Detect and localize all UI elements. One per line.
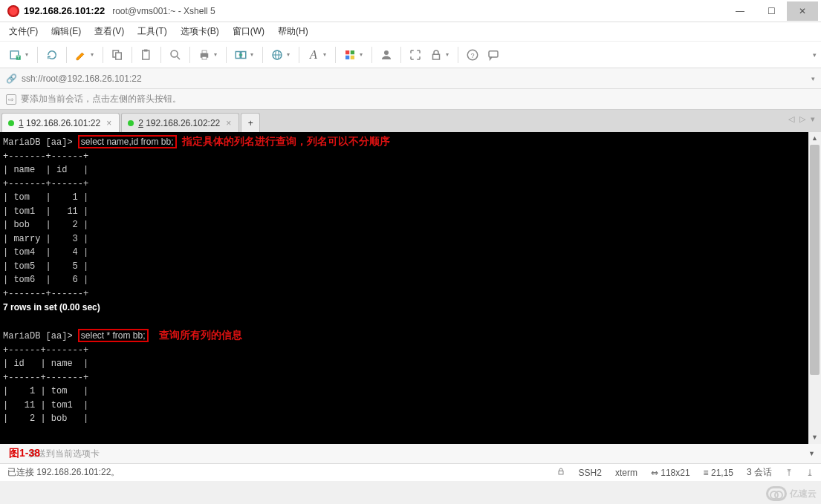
window-title-rest: root@vms001:~ - Xshell 5 [112, 6, 215, 16]
fullscreen-icon[interactable] [406, 45, 425, 65]
menu-tools[interactable]: 工具(T) [137, 25, 166, 38]
hint-text: 要添加当前会话，点击左侧的箭头按钮。 [21, 93, 181, 105]
copy-icon[interactable] [108, 45, 127, 65]
dropdown-arrow-icon[interactable]: ▾ [360, 51, 367, 58]
scrollbar[interactable]: ▲ ▼ [808, 132, 821, 444]
tab-close-icon[interactable]: × [106, 118, 111, 128]
svg-rect-5 [143, 50, 149, 59]
paste-icon[interactable] [137, 45, 156, 65]
send-dropdown-icon[interactable]: ▼ [808, 450, 815, 457]
globe-icon[interactable] [267, 45, 287, 65]
status-sessions: 3 会话 [747, 466, 772, 479]
svg-rect-17 [345, 50, 349, 54]
tab-close-icon[interactable]: × [226, 118, 231, 128]
address-overflow-icon[interactable]: ▾ [811, 75, 815, 82]
status-up-icon[interactable]: ⤒ [785, 468, 793, 478]
user-icon[interactable] [377, 45, 396, 65]
status-lock-icon [556, 467, 565, 478]
status-term: xterm [615, 468, 637, 478]
svg-line-8 [177, 56, 180, 59]
address-bar: 🔗 ssh://root@192.168.26.101:22 ▾ [0, 68, 821, 89]
address-url[interactable]: ssh://root@192.168.26.101:22 [22, 73, 142, 84]
toolbar-overflow-icon[interactable]: ▾ [813, 51, 817, 59]
menu-bar: 文件(F) 编辑(E) 查看(V) 工具(T) 选项卡(B) 窗口(W) 帮助(… [0, 22, 821, 42]
color-scheme-icon[interactable] [340, 45, 360, 65]
svg-rect-19 [345, 55, 349, 59]
status-dot-icon [128, 120, 134, 126]
svg-rect-6 [144, 49, 148, 51]
status-dot-icon [8, 120, 14, 126]
watermark: 亿速云 [766, 486, 817, 501]
svg-text:?: ? [470, 51, 474, 59]
maximize-button[interactable]: ☐ [756, 1, 787, 21]
svg-point-7 [171, 50, 178, 57]
session-tab-1[interactable]: 1 192.168.26.101:22 × [1, 113, 120, 132]
status-size: ⇔ 118x21 [651, 468, 690, 478]
tab-num: 1 [19, 118, 24, 128]
scroll-up-icon[interactable]: ▲ [808, 132, 821, 145]
scroll-down-icon[interactable]: ▼ [808, 431, 821, 444]
menu-help[interactable]: 帮助(H) [278, 25, 308, 38]
lock-icon[interactable] [426, 45, 446, 65]
tab-label: 192.168.26.101:22 [26, 118, 100, 128]
toolbar: + ▾ ▾ ▾ ▾ ▾ A ▾ ▾ ▾ ? ▾ [0, 42, 821, 68]
terminal-content: MariaDB [aa]> select name,id from bb; 指定… [3, 135, 821, 426]
new-tab-button[interactable]: + [241, 113, 260, 132]
status-protocol: SSH2 [579, 468, 602, 478]
dropdown-arrow-icon[interactable]: ▾ [287, 51, 294, 58]
find-icon[interactable] [166, 45, 185, 65]
svg-point-21 [384, 50, 389, 55]
menu-view[interactable]: 查看(V) [94, 25, 124, 38]
svg-rect-26 [559, 471, 563, 475]
figure-label: 图1-38 [9, 447, 40, 460]
svg-rect-11 [202, 56, 207, 59]
menu-edit[interactable]: 编辑(E) [51, 25, 81, 38]
help-icon[interactable]: ? [463, 45, 482, 65]
svg-rect-25 [489, 50, 498, 56]
tab-label: 192.168.26.102:22 [146, 118, 220, 128]
terminal-pane[interactable]: MariaDB [aa]> select name,id from bb; 指定… [0, 132, 821, 444]
dropdown-arrow-icon[interactable]: ▾ [25, 51, 33, 58]
new-session-icon[interactable]: + [6, 45, 25, 65]
svg-text:+: + [16, 53, 20, 61]
send-input-bar[interactable]: 图1-38 发送到当前选项卡 ▼ [0, 444, 821, 463]
app-logo-icon [7, 5, 19, 17]
svg-rect-20 [351, 55, 354, 59]
status-bar: 已连接 192.168.26.101:22。 SSH2 xterm ⇔ 118x… [0, 463, 821, 481]
dropdown-arrow-icon[interactable]: ▾ [323, 51, 331, 58]
dropdown-arrow-icon[interactable]: ▾ [91, 51, 98, 58]
status-connected: 已连接 192.168.26.101:22。 [7, 466, 120, 479]
dropdown-arrow-icon[interactable]: ▾ [214, 51, 221, 58]
svg-rect-18 [351, 50, 354, 54]
minimize-button[interactable]: — [724, 1, 756, 21]
session-tab-2[interactable]: 2 192.168.26.102:22 × [121, 113, 239, 132]
dropdown-arrow-icon[interactable]: ▾ [446, 51, 453, 58]
status-cursor: ≡ 21,15 [704, 468, 733, 478]
menu-window[interactable]: 窗口(W) [233, 25, 265, 38]
session-link-icon: 🔗 [6, 73, 17, 84]
svg-rect-4 [116, 53, 122, 59]
watermark-logo-icon [766, 486, 787, 501]
reconnect-icon[interactable] [42, 45, 62, 65]
scroll-thumb[interactable] [810, 145, 820, 375]
session-tab-bar: 1 192.168.26.101:22 × 2 192.168.26.102:2… [0, 110, 821, 132]
add-session-arrow-icon[interactable]: ⇨ [6, 94, 16, 105]
hint-bar: ⇨ 要添加当前会话，点击左侧的箭头按钮。 [0, 89, 821, 110]
font-icon[interactable]: A [304, 45, 323, 65]
title-bar: 192.168.26.101:22 root@vms001:~ - Xshell… [0, 0, 821, 22]
properties-icon[interactable] [71, 45, 91, 65]
print-icon[interactable] [195, 45, 214, 65]
menu-tabs[interactable]: 选项卡(B) [181, 25, 219, 38]
svg-rect-22 [433, 54, 440, 59]
tab-nav-arrows[interactable]: ◁ ▷ ▾ [788, 114, 817, 124]
file-transfer-icon[interactable] [231, 45, 250, 65]
tab-num: 2 [138, 118, 143, 128]
chat-icon[interactable] [484, 45, 503, 65]
dropdown-arrow-icon[interactable]: ▾ [250, 51, 258, 58]
menu-file[interactable]: 文件(F) [9, 25, 38, 38]
close-button[interactable]: ✕ [787, 1, 818, 21]
svg-rect-10 [202, 50, 207, 53]
window-title-address: 192.168.26.101:22 [24, 5, 105, 16]
status-down-icon[interactable]: ⤓ [806, 468, 814, 478]
